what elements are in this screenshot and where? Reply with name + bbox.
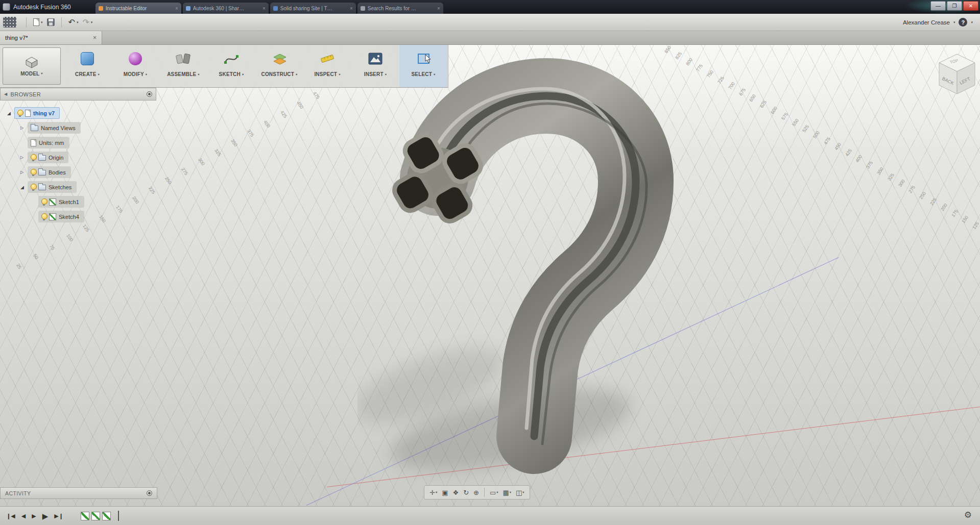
redo-button[interactable]: ↷ ▾: [82, 18, 92, 27]
pan-icon: ✛: [429, 489, 435, 496]
ribbon-menu-inspect[interactable]: INSPECT▾: [303, 45, 351, 87]
browser-node-root[interactable]: ◢ thing v7: [0, 106, 156, 120]
help-button[interactable]: ?: [959, 18, 967, 27]
timeline-sketch-feature[interactable]: [91, 512, 100, 520]
file-menu-button[interactable]: ▾: [33, 18, 43, 26]
browser-tab[interactable]: Instructable Editor ×: [95, 3, 181, 14]
fit-icon: ▣: [442, 489, 448, 496]
browser-node-units[interactable]: Units: mm: [0, 135, 156, 150]
visibility-lightbulb-icon[interactable]: [41, 198, 46, 206]
panel-options-icon[interactable]: [147, 490, 152, 496]
app-title: Autodesk Fusion 360: [13, 4, 71, 11]
grid-and-snaps-button[interactable]: ▦ ▾: [501, 488, 513, 497]
pan-hand-button[interactable]: ❖: [451, 488, 460, 497]
ribbon-menu-select[interactable]: SELECT▾: [399, 45, 447, 87]
user-account-menu[interactable]: Alexander Crease: [903, 19, 950, 26]
chevron-down-icon: ▾: [434, 72, 435, 77]
insert-icon: [368, 53, 383, 65]
collapse-panel-icon[interactable]: ◀: [4, 92, 8, 96]
app-grid-icon[interactable]: [3, 17, 16, 28]
browser-node-sketch1[interactable]: Sketch1: [0, 194, 156, 209]
chevron-down-icon: ▾: [436, 490, 437, 494]
document-tab-thing-v7[interactable]: thing v7* ×: [0, 31, 102, 44]
model-body[interactable]: [357, 51, 684, 485]
expand-toggle-icon[interactable]: ▷: [20, 155, 28, 160]
tab-close-icon[interactable]: ×: [262, 6, 266, 11]
browser-tab[interactable]: Search Results for … ×: [357, 3, 443, 14]
close-button[interactable]: ✕: [963, 1, 978, 11]
app-icon: [3, 3, 10, 11]
expand-toggle-icon[interactable]: ▷: [20, 126, 28, 130]
timeline-position-marker[interactable]: [118, 511, 119, 521]
zoom-button[interactable]: ⊕: [472, 488, 481, 497]
assemble-icon: [176, 52, 191, 65]
viewports-button[interactable]: ◫ ▾: [514, 488, 526, 497]
timeline-sketch-feature[interactable]: [102, 512, 111, 520]
settings-gear-icon[interactable]: ⚙: [964, 510, 972, 520]
sketch-icon: [49, 213, 56, 220]
folder-icon: [38, 185, 46, 190]
redo-icon: ↷: [82, 18, 89, 27]
chevron-down-icon: ▾: [385, 72, 387, 77]
chevron-down-icon: ▾: [339, 72, 340, 77]
ribbon-menu-modify[interactable]: MODIFY▾: [111, 45, 159, 87]
sketch-icon: [49, 198, 56, 206]
fit-button[interactable]: ▣: [440, 488, 449, 497]
browser-node-named-views[interactable]: ▷ Named Views: [0, 120, 156, 135]
viewports-icon: ◫: [516, 489, 522, 496]
ribbon-menu-insert[interactable]: INSERT▾: [351, 45, 399, 87]
ribbon-menu-construct[interactable]: CONSTRUCT▾: [255, 45, 303, 87]
tab-close-icon[interactable]: ×: [175, 6, 178, 11]
view-cube[interactable]: TOP BACK LEFT: [934, 50, 980, 99]
browser-node-origin[interactable]: ▷ Origin: [0, 150, 156, 165]
visibility-lightbulb-icon[interactable]: [31, 154, 36, 161]
browser-tab[interactable]: Solid sharing Site | T… ×: [270, 3, 356, 14]
visibility-lightbulb-icon[interactable]: [31, 169, 36, 176]
node-label: Bodies: [49, 169, 66, 176]
document-icon: [25, 110, 31, 117]
favicon: [361, 6, 365, 11]
visibility-lightbulb-icon[interactable]: [31, 184, 36, 191]
browser-node-sketches[interactable]: ◢ Sketches: [0, 180, 156, 194]
chevron-down-icon: ▾: [77, 20, 79, 24]
workspace-switcher[interactable]: MODEL▾: [0, 45, 63, 87]
undo-button[interactable]: ↶ ▾: [68, 18, 79, 27]
timeline-go-to-start-button[interactable]: ❙◀: [6, 513, 15, 519]
workspace-label: MODEL: [20, 71, 39, 77]
visibility-lightbulb-icon[interactable]: [17, 110, 22, 117]
browser-tab[interactable]: Autodesk 360 | Shar… ×: [183, 3, 269, 14]
browser-node-sketch4[interactable]: Sketch4: [0, 209, 156, 224]
pan-hand-icon: ❖: [452, 489, 459, 496]
timeline-sketch-feature[interactable]: [81, 512, 89, 520]
panel-options-icon[interactable]: [147, 91, 152, 97]
timeline-play-button[interactable]: ▶: [42, 512, 49, 520]
orbit-button[interactable]: ↻: [462, 488, 470, 497]
grid-icon: ▦: [503, 489, 509, 496]
save-button[interactable]: [47, 18, 55, 26]
timeline-step-back-button[interactable]: ◀: [21, 513, 26, 519]
favicon: [273, 6, 278, 11]
browser-node-bodies[interactable]: ▷ Bodies: [0, 165, 156, 180]
document-tab-close-icon[interactable]: ×: [93, 34, 97, 41]
pan-button[interactable]: ✛ ▾: [428, 488, 439, 497]
node-label: thing v7: [33, 110, 55, 116]
ribbon-menu-sketch[interactable]: SKETCH▾: [207, 45, 255, 87]
ribbon-menu-assemble[interactable]: ASSEMBLE▾: [159, 45, 207, 87]
timeline-step-forward-button[interactable]: ▶: [32, 513, 36, 519]
browser-panel-header[interactable]: ◀ BROWSER: [0, 88, 156, 101]
inspect-icon: [320, 52, 335, 65]
timeline-go-to-end-button[interactable]: ▶❙: [54, 513, 63, 519]
display-settings-button[interactable]: ▭ ▾: [488, 488, 500, 497]
expand-toggle-icon[interactable]: ◢: [7, 111, 15, 116]
ribbon-menu-create[interactable]: CREATE▾: [63, 45, 111, 87]
chevron-down-icon: ▾: [522, 490, 524, 494]
maximize-button[interactable]: ❐: [947, 1, 962, 11]
expand-toggle-icon[interactable]: ▷: [20, 170, 28, 174]
minimize-button[interactable]: —: [930, 1, 946, 11]
tab-close-icon[interactable]: ×: [350, 6, 353, 11]
document-tab-bar: thing v7* ×: [0, 31, 980, 45]
visibility-lightbulb-icon[interactable]: [41, 213, 46, 220]
tab-close-icon[interactable]: ×: [437, 6, 440, 11]
expand-toggle-icon[interactable]: ◢: [20, 185, 28, 190]
activity-panel-header[interactable]: ACTIVITY: [0, 487, 157, 499]
